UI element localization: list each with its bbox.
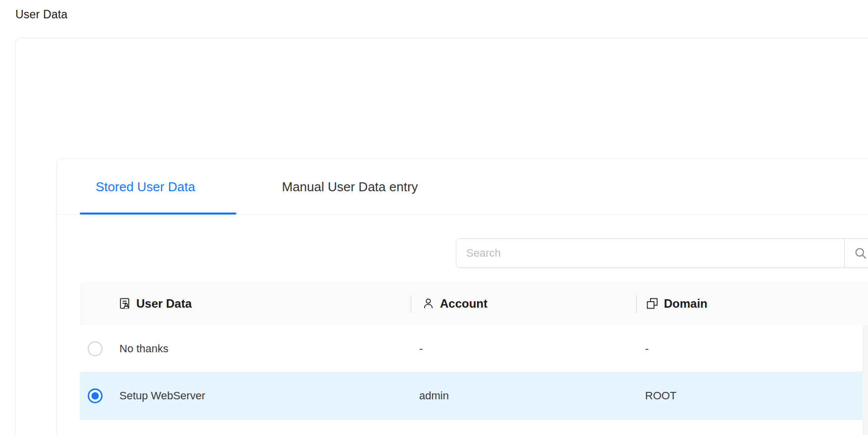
column-header-account: Account — [422, 281, 488, 326]
column-label: User Data — [136, 297, 192, 311]
table-row[interactable]: No thanks - - — [80, 326, 863, 372]
tab-bar: Stored User Data Manual User Data entry — [56, 159, 868, 215]
cell-user-data: Setup WebServer — [119, 389, 205, 402]
switcher-squares-icon — [646, 297, 658, 310]
column-header-user-data: User Data — [118, 281, 192, 326]
search-input[interactable] — [456, 239, 844, 268]
active-tab-ink-bar — [80, 213, 236, 215]
tab-label: Stored User Data — [96, 179, 195, 195]
table-scrollbar[interactable] — [863, 326, 868, 435]
user-data-card: Stored User Data Manual User Data entry — [56, 159, 868, 435]
user-data-page: User Data Stored User Data Manual User D… — [0, 0, 868, 435]
table-row[interactable]: UserDataWithVariable admin ROOT — [80, 420, 863, 435]
table-header: User Data Account — [80, 281, 868, 326]
cell-domain: ROOT — [645, 389, 677, 402]
outer-card: Stored User Data Manual User Data entry — [15, 38, 868, 435]
column-header-domain: Domain — [646, 281, 707, 326]
user-icon — [422, 297, 434, 310]
page-title: User Data — [15, 8, 67, 21]
table-row[interactable]: Setup WebServer admin ROOT — [80, 372, 863, 420]
cell-account: - — [419, 342, 423, 355]
row-radio[interactable] — [80, 326, 110, 372]
column-label: Account — [440, 297, 488, 311]
tab-stored-user-data[interactable]: Stored User Data — [80, 159, 236, 215]
table-body: No thanks - - Setup WebServer admin ROOT — [80, 326, 863, 435]
cell-user-data: No thanks — [119, 342, 168, 355]
radio-circle — [88, 388, 103, 403]
solution-document-person-icon — [118, 297, 131, 310]
tab-label: Manual User Data entry — [282, 179, 418, 195]
search-icon — [854, 246, 868, 260]
user-data-table: User Data Account — [80, 281, 868, 435]
tab-manual-user-data-entry[interactable]: Manual User Data entry — [266, 159, 418, 215]
column-label: Domain — [664, 297, 707, 311]
search-button[interactable] — [844, 239, 868, 268]
cell-domain: - — [645, 342, 649, 355]
cell-account: admin — [419, 389, 449, 402]
search-box — [456, 238, 868, 268]
column-divider — [411, 294, 411, 313]
row-radio[interactable] — [80, 372, 110, 420]
column-divider — [636, 294, 637, 313]
row-radio[interactable] — [80, 420, 110, 435]
radio-circle — [88, 341, 103, 356]
